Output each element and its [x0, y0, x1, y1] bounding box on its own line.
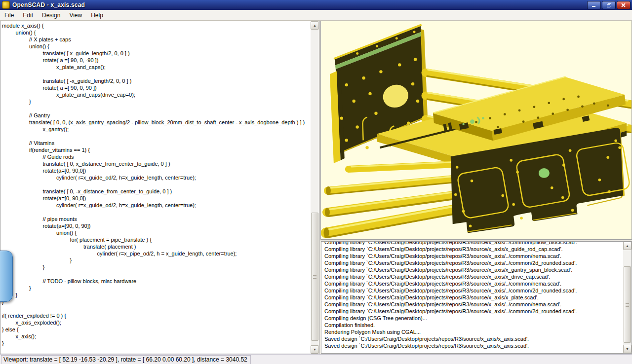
code-text[interactable]: module x_axis() { union() { // X plates …	[2, 22, 309, 354]
console-scroll-up-button[interactable]: ▲	[623, 242, 632, 250]
restore-button[interactable]	[602, 1, 616, 9]
edge-balloon-widget[interactable]	[0, 251, 13, 302]
viewport-status: Viewport: translate = [ 52.19 -16.53 -20…	[1, 355, 251, 364]
app-icon	[2, 1, 10, 9]
console-log: Compiling library `C:/Users/Craig/Deskto…	[324, 241, 622, 353]
editor-scrollbar-thumb[interactable]	[311, 213, 318, 341]
console-panel[interactable]: Compiling library `C:/Users/Craig/Deskto…	[321, 241, 632, 354]
green-bearing	[539, 168, 550, 178]
status-bar: Viewport: translate = [ 52.19 -16.53 -20…	[0, 354, 632, 364]
code-editor[interactable]: module x_axis() { union() { // X plates …	[0, 21, 319, 354]
close-icon	[621, 3, 626, 7]
editor-scrollbar[interactable]: ▲ ▼	[311, 21, 319, 354]
restore-icon	[606, 3, 612, 8]
menu-view[interactable]: View	[65, 11, 86, 20]
console-scroll-down-button[interactable]: ▼	[623, 345, 632, 353]
minimize-icon	[592, 3, 596, 7]
menu-design[interactable]: Design	[38, 11, 65, 20]
menu-file[interactable]: File	[0, 11, 18, 20]
openscad-window: OpenSCAD - x_axis.scad File Edit Design …	[0, 0, 632, 364]
menu-edit[interactable]: Edit	[18, 11, 38, 20]
console-scrollbar-thumb[interactable]	[624, 266, 631, 343]
3d-model-canvas[interactable]	[321, 21, 632, 239]
minimize-button[interactable]	[587, 1, 601, 9]
window-title: OpenSCAD - x_axis.scad	[12, 1, 85, 8]
close-button[interactable]	[617, 1, 631, 9]
editor-scroll-down-button[interactable]: ▼	[311, 345, 319, 354]
console-scrollbar[interactable]: ▲ ▼	[623, 242, 632, 353]
menu-help[interactable]: Help	[86, 11, 108, 20]
3d-viewport[interactable]	[320, 21, 632, 240]
menu-bar: File Edit Design View Help	[0, 10, 632, 21]
title-bar[interactable]: OpenSCAD - x_axis.scad	[0, 0, 632, 10]
editor-scroll-up-button[interactable]: ▲	[311, 21, 319, 30]
